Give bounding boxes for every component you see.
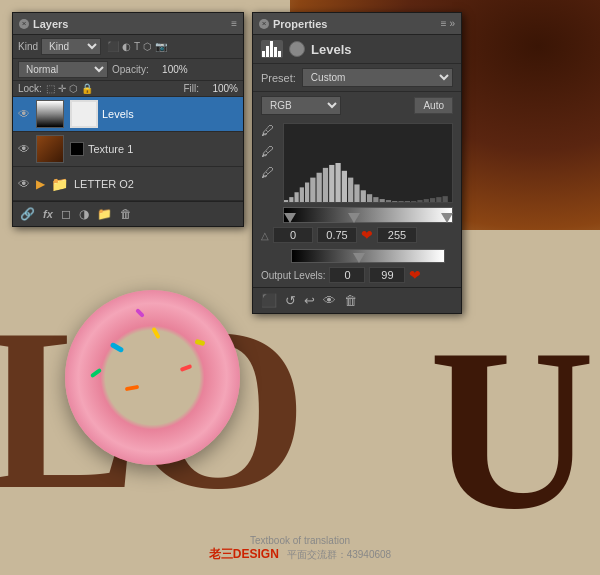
svg-rect-21 — [411, 201, 416, 202]
histogram-display — [283, 123, 453, 203]
opacity-value: 100% — [153, 64, 188, 75]
community-text: 平面交流群：43940608 — [287, 549, 392, 560]
toggle-visibility-icon[interactable]: 👁 — [323, 293, 336, 308]
delete-layer-icon[interactable]: 🗑 — [118, 206, 134, 222]
add-mask-icon[interactable]: ◻ — [59, 206, 73, 222]
svg-rect-7 — [323, 168, 328, 202]
svg-rect-13 — [361, 190, 366, 202]
layer-visibility-icon-texture[interactable]: 👁 — [18, 142, 32, 156]
gray-point-eyedropper-icon[interactable]: 🖊 — [261, 144, 274, 159]
layer-item-letter-group[interactable]: 👁 ▶ 📁 LETTER O2 — [13, 167, 243, 201]
svg-rect-18 — [392, 201, 397, 202]
preset-label: Preset: — [261, 72, 296, 84]
svg-rect-14 — [367, 194, 372, 202]
svg-rect-5 — [310, 178, 315, 202]
channel-select[interactable]: RGB — [261, 96, 341, 115]
layer-item-texture[interactable]: 👁 Texture 1 — [13, 132, 243, 167]
folder-icon: 📁 — [51, 176, 68, 192]
kind-icons: ⬛ ◐ T ⬡ 📷 — [107, 41, 167, 52]
layer-thumb-texture — [36, 135, 64, 163]
white-point-eyedropper-icon[interactable]: 🖊 — [261, 165, 274, 180]
properties-close-button[interactable]: × — [259, 19, 269, 29]
channel-row: RGB Auto — [253, 92, 461, 119]
layer-smart-icon — [70, 142, 84, 156]
output-gradient — [291, 249, 445, 263]
lock-checkerboard-icon[interactable]: ⬚ — [46, 83, 55, 94]
output-max-value[interactable] — [369, 267, 405, 283]
preset-select[interactable]: Custom — [302, 68, 453, 87]
output-slider-handle[interactable] — [353, 253, 365, 263]
svg-rect-10 — [342, 171, 347, 202]
output-min-value[interactable] — [329, 267, 365, 283]
properties-panel: × Properties ≡ » Levels Preset: Custom R… — [252, 12, 462, 314]
clip-to-layer-icon[interactable]: ⬛ — [261, 293, 277, 308]
kind-label: Kind — [18, 41, 38, 52]
svg-rect-8 — [329, 165, 334, 202]
new-group-icon[interactable]: 📁 — [95, 206, 114, 222]
input-levels-row: △ ❤ — [253, 223, 461, 245]
svg-rect-12 — [354, 184, 359, 202]
black-input-slider[interactable] — [284, 213, 296, 223]
pixel-filter-icon[interactable]: ⬛ — [107, 41, 119, 52]
kind-select[interactable]: Kind — [41, 38, 101, 55]
layer-visibility-icon-levels[interactable]: 👁 — [18, 107, 32, 121]
layer-group-expand-icon[interactable]: ▶ — [36, 177, 45, 191]
input-red-arrow-icon: ❤ — [361, 227, 373, 243]
lock-label: Lock: — [18, 83, 42, 94]
previous-state-icon[interactable]: ↺ — [285, 293, 296, 308]
input-white-value[interactable] — [377, 227, 417, 243]
fx-icon[interactable]: fx — [41, 207, 55, 221]
eyedroppers-column: 🖊 🖊 🖊 — [261, 123, 274, 180]
titlebar-left: × Properties — [259, 18, 327, 30]
reset-icon[interactable]: ↩ — [304, 293, 315, 308]
adjustment-icon[interactable]: ◑ — [77, 206, 91, 222]
watermark-area: Textbook of translation 老三DESIGN 平面交流群：4… — [209, 535, 391, 563]
shape-filter-icon[interactable]: ⬡ — [143, 41, 152, 52]
svg-rect-4 — [305, 183, 309, 203]
lock-artboard-icon[interactable]: ⬡ — [69, 83, 78, 94]
svg-rect-15 — [373, 197, 378, 202]
properties-header: Levels — [253, 35, 461, 64]
lock-move-icon[interactable]: ✛ — [58, 83, 66, 94]
layer-name-texture: Texture 1 — [88, 143, 238, 155]
watermark-text: Textbook of translation — [209, 535, 391, 546]
brand-text: 老三DESIGN — [209, 547, 279, 561]
layer-thumb-levels — [36, 100, 64, 128]
smart-filter-icon[interactable]: 📷 — [155, 41, 167, 52]
layer-visibility-icon-letter[interactable]: 👁 — [18, 177, 32, 191]
output-red-arrow-icon: ❤ — [409, 267, 421, 283]
svg-rect-24 — [430, 198, 435, 202]
properties-menu-button[interactable]: ≡ » — [441, 18, 455, 29]
input-gamma-value[interactable] — [317, 227, 357, 243]
link-layers-icon[interactable]: 🔗 — [18, 206, 37, 222]
levels-icon — [261, 40, 283, 58]
layer-item-levels[interactable]: 👁 Levels — [13, 97, 243, 132]
svg-rect-3 — [300, 187, 304, 202]
properties-visibility-circle[interactable] — [289, 41, 305, 57]
opacity-label: Opacity: — [112, 64, 149, 75]
panel-menu-button[interactable]: ≡ — [231, 18, 237, 29]
svg-rect-19 — [398, 201, 403, 202]
layer-name-letter: LETTER O2 — [74, 178, 238, 190]
svg-rect-0 — [284, 200, 288, 202]
type-filter-icon[interactable]: T — [134, 41, 140, 52]
output-values-row: Output Levels: ❤ — [261, 267, 453, 283]
adjustment-filter-icon[interactable]: ◐ — [122, 41, 131, 52]
lock-all-icon[interactable]: 🔒 — [81, 83, 93, 94]
blend-mode-select[interactable]: Normal — [18, 61, 108, 78]
blend-mode-row: Normal Opacity: 100% — [13, 59, 243, 81]
close-button[interactable]: × — [19, 19, 29, 29]
letter-u: U — [429, 315, 595, 545]
layer-mask-thumb-levels — [70, 100, 98, 128]
layers-panel-title: Layers — [33, 18, 68, 30]
input-black-value[interactable] — [273, 227, 313, 243]
properties-toolbar: ⬛ ↺ ↩ 👁 🗑 — [253, 287, 461, 313]
auto-button[interactable]: Auto — [414, 97, 453, 114]
svg-rect-23 — [424, 199, 429, 202]
white-input-slider[interactable] — [441, 213, 453, 223]
gamma-input-slider[interactable] — [348, 213, 360, 223]
delete-adjustment-icon[interactable]: 🗑 — [344, 293, 357, 308]
input-levels-icon: △ — [261, 230, 269, 241]
svg-rect-11 — [348, 178, 353, 202]
black-point-eyedropper-icon[interactable]: 🖊 — [261, 123, 274, 138]
